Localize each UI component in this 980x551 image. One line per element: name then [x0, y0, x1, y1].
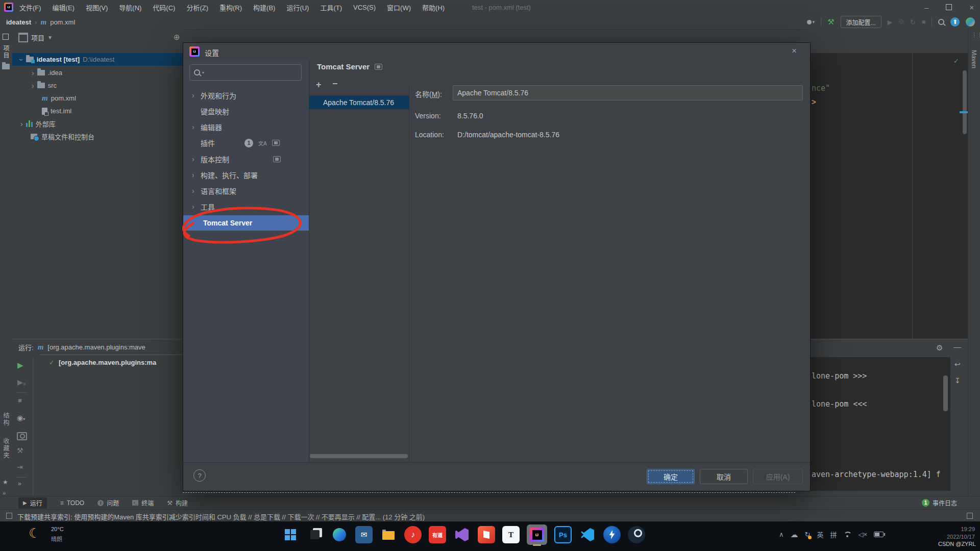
tab-run[interactable]: ▶ 运行	[18, 497, 47, 509]
user-icon[interactable]: ▾	[807, 19, 815, 24]
tree-row-idea[interactable]: › .idea	[12, 66, 202, 79]
start-button[interactable]	[282, 526, 299, 543]
import-test-results-icon[interactable]: ⇥	[17, 463, 23, 471]
project-tool-icon[interactable]	[3, 34, 9, 40]
menu-help[interactable]: 帮助(H)	[422, 3, 445, 12]
stop-icon[interactable]: ■	[922, 18, 925, 26]
photoshop-icon[interactable]: Ps	[554, 526, 572, 543]
close-button[interactable]: ×	[969, 3, 974, 12]
settings-node-appearance[interactable]: ›外观和行为	[183, 88, 309, 103]
sidebar-item-favorites[interactable]: 收藏夹	[2, 438, 10, 459]
apply-button[interactable]: 应用(A)	[753, 469, 803, 484]
build-hammer-icon[interactable]: ⚒	[827, 17, 834, 27]
tree-row-src[interactable]: › src	[12, 79, 202, 92]
volume-muted-icon[interactable]: ◁×	[858, 531, 867, 538]
remove-server-icon[interactable]: −	[332, 79, 338, 89]
chevron-right-icon[interactable]: ›	[192, 123, 194, 131]
settings-node-tools[interactable]: ›工具	[183, 199, 309, 214]
task-view-icon[interactable]	[306, 526, 324, 543]
status-message[interactable]: 下载预建共享索引: 使用预构建的Maven 库共享索引减少索引时间和 CPU 负…	[17, 512, 732, 521]
settings-node-vcs[interactable]: ›版本控制	[183, 152, 309, 167]
update-arrow-icon[interactable]: ⬆	[950, 17, 960, 27]
reader-app-icon[interactable]	[478, 526, 495, 543]
settings-node-languages[interactable]: ›语言和框架	[183, 183, 309, 198]
cloud-icon[interactable]: ☁	[791, 530, 798, 539]
tree-row-libraries[interactable]: › 外部库	[12, 117, 191, 130]
weather-desc[interactable]: 晴朗	[51, 535, 62, 543]
screenshot-icon[interactable]	[17, 432, 27, 440]
maximize-button[interactable]	[946, 4, 952, 10]
settings-node-plugins[interactable]: 插件 1 文A	[183, 135, 309, 151]
steam-icon[interactable]	[628, 526, 645, 543]
ime-mode-indicator[interactable]: 拼	[830, 530, 837, 539]
menu-build[interactable]: 构建(B)	[253, 3, 275, 12]
add-server-icon[interactable]: +	[316, 80, 322, 90]
wifi-icon[interactable]	[843, 532, 851, 537]
run-icon[interactable]: ▶	[888, 18, 893, 26]
chevron-right-icon[interactable]: ›	[32, 69, 34, 77]
chevron-right-icon[interactable]: ›	[192, 171, 194, 179]
sidebar-item-structure[interactable]: 结构	[2, 412, 10, 427]
sidebar-item-maven[interactable]: Maven	[970, 50, 977, 68]
intellij-idea-taskbar-icon[interactable]: IJ	[527, 524, 547, 545]
debug-icon[interactable]: ⟐	[899, 18, 904, 26]
cancel-button[interactable]: 取消	[700, 469, 748, 484]
sidebar-item-project[interactable]: 项目	[2, 45, 10, 59]
battery-icon[interactable]	[874, 532, 884, 537]
menu-edit[interactable]: 编辑(E)	[53, 3, 75, 12]
breadcrumb-file[interactable]: pom.xml	[50, 18, 75, 26]
ime-language-indicator[interactable]: 英	[817, 530, 823, 539]
chevron-right-icon[interactable]: ›	[20, 120, 23, 128]
menu-navigate[interactable]: 导航(N)	[119, 3, 141, 12]
rerun-icon[interactable]: ▶	[17, 361, 23, 370]
vscode-icon[interactable]	[579, 526, 596, 543]
dialog-close-icon[interactable]: ×	[792, 46, 797, 56]
favorites-star-icon[interactable]: ★	[3, 479, 8, 486]
name-field[interactable]	[453, 85, 803, 101]
build-settings-icon[interactable]: ⚒	[17, 446, 23, 455]
menu-refactor[interactable]: 重构(R)	[219, 3, 242, 12]
tree-row-root[interactable]: › ideatest [test] D:\ideatest	[12, 53, 191, 66]
settings-node-tomcat-server[interactable]: Tomcat Server	[183, 215, 309, 231]
tree-row-scratches[interactable]: 草稿文件和控制台	[12, 130, 201, 143]
menu-analyze[interactable]: 分析(Z)	[186, 3, 208, 12]
file-explorer-icon[interactable]	[380, 526, 397, 543]
chevron-right-icon[interactable]: ›	[192, 92, 194, 99]
tab-terminal[interactable]: ›_ 终端	[132, 498, 154, 507]
editor-scrollbar[interactable]	[963, 70, 967, 134]
settings-node-build[interactable]: ›构建、执行、部署	[183, 167, 309, 183]
menu-run[interactable]: 运行(U)	[286, 3, 309, 12]
weather-moon-icon[interactable]: ☾	[29, 525, 40, 541]
menu-file[interactable]: 文件(F)	[19, 3, 41, 12]
profiler-icon[interactable]: ↻	[910, 18, 916, 26]
tab-problems[interactable]: ! 问题	[97, 498, 119, 507]
menu-code[interactable]: 代码(C)	[153, 3, 175, 12]
menu-window[interactable]: 窗口(W)	[387, 3, 411, 12]
tray-clock[interactable]: 19:29 2022/10/17	[938, 525, 975, 541]
more-tools-icon[interactable]: »	[3, 490, 6, 496]
gradient-icon[interactable]	[966, 17, 975, 27]
tab-todo[interactable]: ≡ TODO	[60, 499, 84, 507]
project-panel-header[interactable]: 项目 ▼	[18, 33, 53, 42]
run-result-row[interactable]: ✓ [org.apache.maven.plugins:ma	[49, 359, 185, 366]
locate-file-icon[interactable]: ⊕	[174, 33, 180, 42]
run-tab-label[interactable]: [org.apache.maven.plugins:mave	[47, 343, 168, 351]
help-button[interactable]: ?	[193, 469, 206, 482]
search-everywhere-icon[interactable]	[938, 19, 944, 25]
settings-search-box[interactable]: ▾	[189, 64, 302, 81]
maven-tool-icon[interactable]: ⋮⋮	[971, 32, 980, 38]
ok-button[interactable]: 确定	[647, 469, 695, 484]
add-configuration-button[interactable]: 添加配置...	[841, 16, 881, 28]
sync-icon[interactable]: ↻	[805, 531, 811, 538]
rerun-failed-icon[interactable]: ▶₉	[17, 378, 26, 386]
settings-node-keymap[interactable]: 键盘映射	[183, 104, 309, 119]
stop-icon[interactable]: ■	[18, 396, 22, 404]
server-list-hscrollbar[interactable]	[310, 454, 408, 458]
editor-area[interactable]: nce" > ✓	[810, 53, 968, 339]
netease-music-icon[interactable]: ♪	[404, 526, 422, 543]
hide-panel-icon[interactable]: —	[953, 342, 961, 351]
chevron-right-icon[interactable]: ›	[192, 156, 194, 163]
settings-node-editor[interactable]: ›编辑器	[183, 119, 309, 135]
server-list-item-selected[interactable]: Apache Tomcat/8.5.76	[309, 95, 409, 109]
youdao-dict-icon[interactable]: 有道	[429, 526, 446, 543]
